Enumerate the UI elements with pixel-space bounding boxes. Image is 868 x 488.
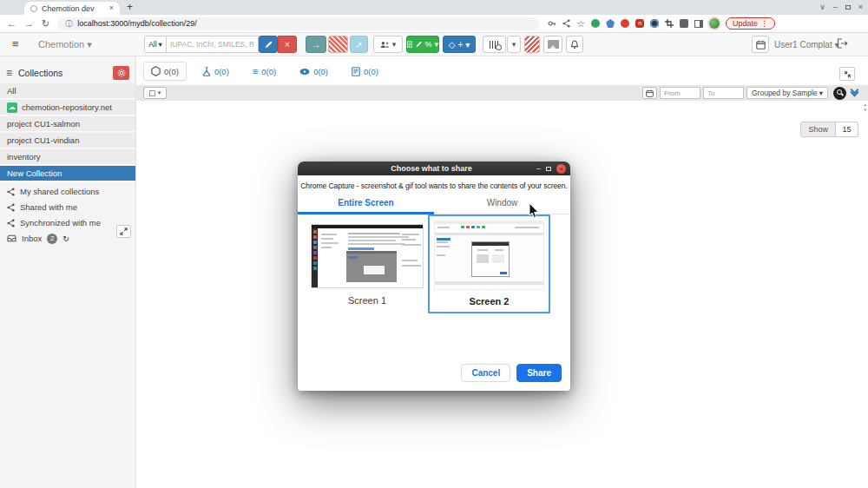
sidebar-item-all[interactable]: All <box>0 83 135 99</box>
capture-crop-icon[interactable] <box>665 19 674 28</box>
date-filter-calendar-icon[interactable] <box>642 87 657 99</box>
decor-dot <box>313 246 317 249</box>
extension-blue-icon[interactable] <box>606 19 615 28</box>
chevron-down-icon: ▾ <box>465 40 470 49</box>
password-key-icon[interactable] <box>548 19 556 28</box>
tab-window[interactable]: Window <box>434 198 570 214</box>
extension-n-icon[interactable]: n <box>635 19 644 28</box>
kebab-menu-icon[interactable]: ⋮ <box>760 19 768 28</box>
browser-tab[interactable]: Chemotion dev × <box>24 2 120 15</box>
sidebar-item-synchronized-with-me[interactable]: Synchronized with me <box>0 215 135 230</box>
search-scope-dropdown[interactable]: All▾ <box>144 36 167 53</box>
extension-paw-icon[interactable] <box>621 19 629 28</box>
dialog-close-button[interactable]: × <box>556 164 566 174</box>
url-bar[interactable]: ⓘ localhost:3000/mydb/collection/29/ <box>57 17 539 30</box>
browser-avatar[interactable] <box>709 18 720 29</box>
sidebar-item-inbox[interactable]: Inbox 2 ↻ <box>0 231 135 246</box>
page-size-input[interactable] <box>836 122 858 137</box>
decor-dot <box>313 261 317 265</box>
create-element-button[interactable]: ◇ + ▾ <box>443 36 476 53</box>
new-tab-button[interactable]: + <box>127 1 133 13</box>
window-close-button[interactable]: × <box>858 3 863 11</box>
sample-image-button[interactable] <box>543 36 562 53</box>
animated-inbox-button[interactable] <box>524 36 540 53</box>
notifications-button[interactable] <box>566 36 583 53</box>
list-collapse-button[interactable] <box>839 67 855 81</box>
manage-collections-button[interactable] <box>113 66 129 80</box>
decor-dot <box>313 235 317 239</box>
logout-icon[interactable] <box>837 38 848 49</box>
select-all-checkbox[interactable] <box>149 90 155 96</box>
brand-menu[interactable]: Chemotion ▾ <box>38 39 92 50</box>
tab-wellplate[interactable]: ≡ 0(0) <box>245 62 284 81</box>
scroll-down-icon[interactable]: ▾ <box>864 108 866 112</box>
scan-create-button[interactable]: % ▾ <box>406 36 439 53</box>
expand-filter-chevron-icon[interactable] <box>852 90 858 96</box>
list-scrollbar[interactable]: ▴ ▾ <box>864 102 866 112</box>
user-label: User1 Complat <box>774 40 832 49</box>
select-all-dropdown[interactable]: ▾ <box>143 87 167 99</box>
dialog-maximize-button[interactable] <box>546 167 551 171</box>
tab-research-plan[interactable]: 0(0) <box>344 62 386 81</box>
decor-line <box>435 221 543 224</box>
site-info-icon[interactable]: ⓘ <box>65 19 72 29</box>
window-restore-button[interactable] <box>845 5 851 10</box>
screen: Chemotion dev × + ∨ – × ← → ↻ ⓘ localhos… <box>0 0 868 488</box>
extension-camera-icon[interactable] <box>650 19 659 28</box>
diamond-glyph: ◇ <box>449 40 456 49</box>
back-icon[interactable]: ← <box>7 18 16 29</box>
browser-menu-chevron-icon[interactable]: ∨ <box>819 3 825 11</box>
sidebar-item-label: project CU1-vindian <box>7 133 79 148</box>
tab-close-icon[interactable]: × <box>109 4 114 12</box>
sidebar-item-chemotion-repository[interactable]: ☁ chemotion-repository.net <box>0 100 135 115</box>
share-page-icon[interactable] <box>562 19 570 28</box>
reload-icon[interactable]: ↻ <box>42 18 49 30</box>
sidebar-item-project-cu1-salmon[interactable]: project CU1-salmon <box>0 116 135 132</box>
advanced-search-button[interactable] <box>833 87 846 100</box>
barcode-scan-caret[interactable]: ▾ <box>507 36 521 53</box>
sidebar-item-shared-with-me[interactable]: Shared with me <box>0 200 135 214</box>
navbar-hamburger-icon[interactable]: ≡ <box>12 37 19 50</box>
dialog-message: Chrome Capture - screenshot & gif tool w… <box>298 181 570 190</box>
screen1-thumbnail[interactable] <box>311 224 424 288</box>
barcode-scan-button[interactable] <box>483 36 506 53</box>
window-minimize-button[interactable]: – <box>833 3 838 11</box>
user-menu[interactable]: User1 Complat ▾ <box>774 40 839 49</box>
groups-dropdown[interactable]: ▾ <box>373 36 403 53</box>
export-button[interactable]: → <box>306 36 326 53</box>
side-panel-icon[interactable] <box>694 20 703 28</box>
dialog-minimize-button[interactable]: – <box>536 165 541 173</box>
tab-entire-screen[interactable]: Entire Screen <box>298 198 434 214</box>
tab-sample[interactable]: 0(0) <box>143 62 187 81</box>
decor-line <box>435 233 543 235</box>
share-button[interactable]: Share <box>516 364 562 382</box>
forward-icon[interactable]: → <box>24 18 34 29</box>
screen2-tile-selected[interactable]: Screen 2 <box>428 214 550 313</box>
tab-screen[interactable]: 0(0) <box>292 62 336 81</box>
search-input[interactable] <box>167 36 259 53</box>
sidebar-item-new-collection[interactable]: New Collection <box>0 166 135 181</box>
date-from-input[interactable] <box>660 87 700 99</box>
extension-green-icon[interactable] <box>591 19 600 28</box>
calendar-button[interactable] <box>752 36 769 53</box>
dialog-window-buttons: – × <box>536 164 566 174</box>
inbox-refresh-icon[interactable]: ↻ <box>62 234 69 243</box>
animated-red-button[interactable] <box>328 36 348 53</box>
clear-search-button[interactable]: × <box>278 36 297 53</box>
extensions-puzzle-icon[interactable] <box>680 19 688 28</box>
sidebar-hamburger-icon[interactable]: ≡ <box>6 67 12 79</box>
bookmark-star-icon[interactable]: ☆ <box>576 18 585 30</box>
update-button[interactable]: Update ⋮ <box>726 17 775 30</box>
tab-reaction[interactable]: 0(0) <box>194 62 237 81</box>
group-by-select[interactable]: Grouped by Sample ▾ <box>746 87 828 99</box>
cancel-button[interactable]: Cancel <box>461 364 510 382</box>
date-to-input[interactable] <box>703 87 744 99</box>
structure-search-button[interactable] <box>259 36 278 53</box>
sidebar-item-inventory[interactable]: inventory <box>0 149 135 165</box>
import-button[interactable]: ↗ <box>350 36 368 53</box>
sidebar-item-my-shared-collections[interactable]: My shared collections <box>0 184 135 199</box>
dialog-titlebar[interactable]: Choose what to share – × <box>298 162 570 175</box>
screen1-label: Screen 1 <box>311 295 424 306</box>
inbox-expand-button[interactable] <box>116 225 131 238</box>
sidebar-item-project-cu1-vindian[interactable]: project CU1-vindian <box>0 133 135 148</box>
